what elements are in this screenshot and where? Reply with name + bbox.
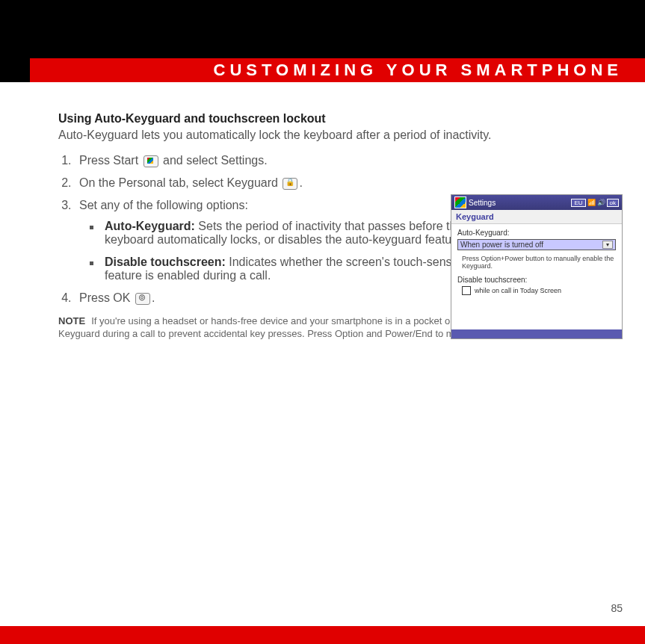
ok-button-titlebar: ok (607, 199, 619, 207)
step-4-text-a: Press OK (79, 291, 134, 304)
windows-flag-icon (454, 196, 466, 208)
start-icon (143, 155, 158, 167)
signal-icon: 📶 (587, 199, 596, 206)
screenshot-titlebar-label: Settings (469, 199, 496, 207)
footer-red-band (0, 626, 645, 644)
status-eu-badge: EU (571, 199, 585, 207)
section-title: Using Auto-Keyguard and touchscreen lock… (58, 112, 623, 126)
step-2-text-b: . (299, 176, 302, 189)
speaker-icon: 🔊 (597, 199, 605, 206)
lock-icon (283, 178, 297, 190)
option-auto-keyguard: Auto-Keyguard: Sets the period of inacti… (96, 220, 486, 247)
screenshot-bottom-bar (451, 329, 622, 338)
step-1: Press Start and select Settings. (75, 154, 623, 167)
top-black-band (0, 0, 645, 58)
checkbox-label: while on call in Today Screen (475, 287, 561, 294)
step-4-text-b: . (152, 291, 155, 304)
ok-icon (135, 293, 150, 305)
step-1-text-b: and select Settings. (160, 154, 268, 167)
option-1-label: Auto-Keyguard: (105, 220, 195, 232)
disable-touchscreen-label: Disable touchscreen: (457, 276, 616, 284)
step-1-text-a: Press Start (79, 154, 142, 167)
auto-keyguard-dropdown: When power is turned off ▾ (457, 239, 616, 250)
checkbox-row: while on call in Today Screen (462, 286, 616, 295)
option-disable-touchscreen: Disable touchscreen: Indicates whether t… (96, 256, 486, 282)
screenshot-titlebar: Settings EU 📶 🔊 ok (451, 195, 622, 210)
keyguard-hint: Press Option+Power button to manually en… (462, 255, 616, 270)
step-2: On the Personal tab, select Keyguard . (75, 176, 623, 190)
chevron-down-icon: ▾ (602, 241, 613, 249)
screenshot-body: Auto-Keyguard: When power is turned off … (451, 224, 622, 300)
chapter-title: CUSTOMIZING YOUR SMARTPHONE (0, 58, 645, 82)
screenshot-app-title: Keyguard (451, 210, 622, 224)
auto-keyguard-label: Auto-Keyguard: (457, 229, 616, 237)
titlebar-right-icons: EU 📶 🔊 ok (571, 199, 619, 207)
checkbox-icon (462, 286, 471, 295)
step-2-text-a: On the Personal tab, select Keyguard (79, 176, 281, 189)
dropdown-value: When power is turned off (460, 241, 543, 249)
keyguard-screenshot: Settings EU 📶 🔊 ok Keyguard Auto-Keyguar… (451, 194, 623, 339)
step-3-text: Set any of the following options: (79, 199, 248, 211)
page-number: 85 (611, 602, 623, 614)
option-2-label: Disable touchscreen: (105, 256, 226, 268)
note-label: NOTE (58, 315, 85, 326)
section-intro: Auto-Keyguard lets you automatically loc… (58, 129, 623, 142)
